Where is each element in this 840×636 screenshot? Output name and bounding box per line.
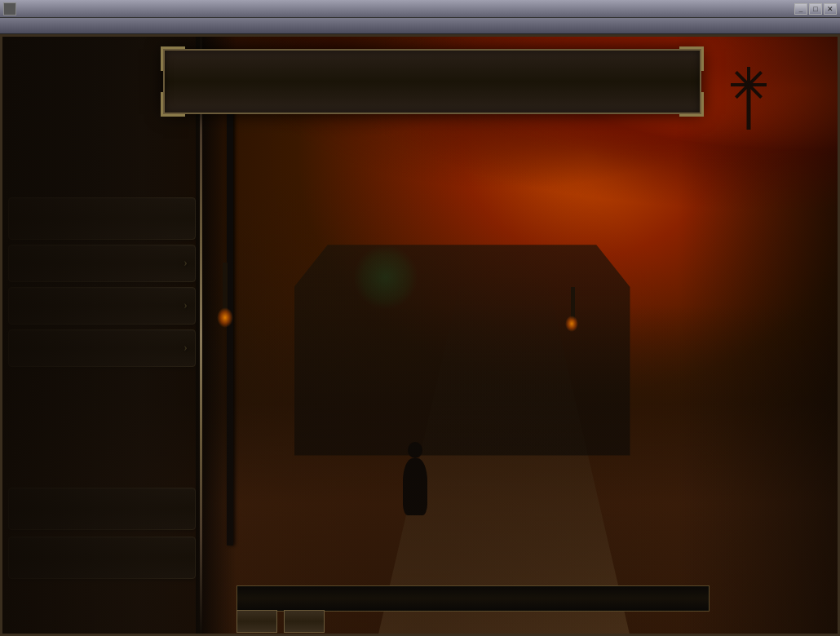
game-area: › › › bbox=[0, 34, 840, 636]
portal-glow bbox=[353, 245, 418, 310]
character-silhouette bbox=[403, 458, 427, 515]
character-name-area bbox=[237, 585, 710, 612]
right-side-silhouette bbox=[677, 34, 840, 636]
delete-button[interactable] bbox=[284, 610, 325, 633]
window-controls[interactable]: _ □ ✕ bbox=[794, 3, 837, 15]
post-silhouette bbox=[227, 64, 233, 545]
minimize-button[interactable]: _ bbox=[794, 3, 807, 15]
title-banner bbox=[163, 49, 701, 114]
left-panel bbox=[0, 34, 202, 636]
character-name-input[interactable] bbox=[237, 585, 710, 612]
center-building bbox=[294, 245, 630, 455]
window-titlebar: _ □ ✕ bbox=[0, 0, 840, 18]
maximize-button[interactable]: □ bbox=[809, 3, 822, 15]
menu-bar bbox=[0, 18, 840, 34]
close-button[interactable]: ✕ bbox=[824, 3, 837, 15]
create-button[interactable] bbox=[237, 610, 277, 633]
game-title bbox=[163, 49, 701, 114]
window-icon bbox=[3, 2, 16, 15]
character-action-buttons bbox=[237, 610, 840, 633]
